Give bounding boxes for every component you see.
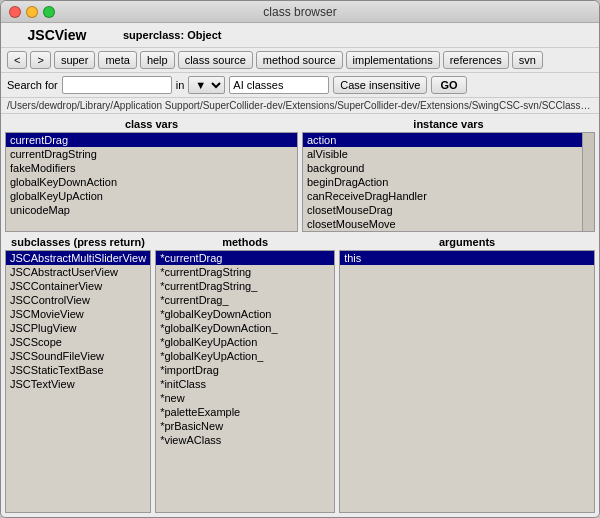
class-vars-list[interactable]: currentDrag currentDragString fakeModifi… [5,132,298,232]
back-button[interactable]: < [7,51,27,69]
list-item[interactable]: action [303,133,582,147]
class-source-button[interactable]: class source [178,51,253,69]
meta-button[interactable]: meta [98,51,136,69]
list-item[interactable]: canReceiveDragHandler [303,189,582,203]
list-item[interactable]: *globalKeyUpAction_ [156,349,334,363]
main-window: class browser JSCView superclass: Object… [0,0,600,518]
list-item[interactable]: closetMouseMove [303,217,582,231]
instance-vars-list[interactable]: action alVisible background beginDragAct… [302,132,583,232]
minimize-button[interactable] [26,6,38,18]
methods-header: methods [155,236,335,248]
svn-button[interactable]: svn [512,51,543,69]
list-item[interactable]: JSCSoundFileView [6,349,150,363]
search-input[interactable] [62,76,172,94]
method-source-button[interactable]: method source [256,51,343,69]
list-item[interactable]: globalKeyDownAction [6,175,297,189]
toolbar-row1: JSCView superclass: Object [1,23,599,48]
list-item[interactable]: JSCTextView [6,377,150,391]
references-button[interactable]: references [443,51,509,69]
list-item[interactable]: JSCAbstractUserView [6,265,150,279]
class-vars-panel: class vars currentDrag currentDragString… [5,118,298,232]
list-item[interactable]: *viewAClass [156,433,334,447]
window-controls [9,6,55,18]
toolbar-row3: Search for in ▼ Case insensitive GO [1,73,599,98]
list-item[interactable]: beginDragAction [303,175,582,189]
list-item[interactable]: JSCAbstractMultiSliderView [6,251,150,265]
app-title: JSCView [7,27,107,43]
list-item[interactable]: *paletteExample [156,405,334,419]
list-item[interactable]: JSCMovieView [6,307,150,321]
list-item[interactable]: this [340,251,594,265]
list-item[interactable]: *importDrag [156,363,334,377]
list-item[interactable]: *currentDrag [156,251,334,265]
toolbar-row2: < > super meta help class source method … [1,48,599,73]
list-item[interactable]: *new [156,391,334,405]
vars-section: class vars currentDrag currentDragString… [5,118,595,232]
forward-button[interactable]: > [30,51,50,69]
list-item[interactable]: globalKeyUpAction [6,189,297,203]
methods-list[interactable]: *currentDrag *currentDragString *current… [155,250,335,513]
list-item[interactable]: *prBasicNew [156,419,334,433]
list-item[interactable]: closetMouseDrag [303,203,582,217]
case-insensitive-button[interactable]: Case insensitive [333,76,427,94]
go-button[interactable]: GO [431,76,466,94]
subclasses-header: subclasses (press return) [5,236,151,248]
list-item[interactable]: JSCControlView [6,293,150,307]
class-vars-header: class vars [5,118,298,130]
list-item[interactable]: *globalKeyUpAction [156,335,334,349]
in-select[interactable]: ▼ [188,76,225,94]
list-item[interactable]: fakeModifiers [6,161,297,175]
list-item[interactable]: unicodeMap [6,203,297,217]
methods-panel: methods *currentDrag *currentDragString … [155,236,335,513]
subclasses-list[interactable]: JSCAbstractMultiSliderView JSCAbstractUs… [5,250,151,513]
list-item[interactable]: *globalKeyDownAction [156,307,334,321]
close-button[interactable] [9,6,21,18]
list-item[interactable]: *currentDrag_ [156,293,334,307]
instance-vars-wrapper: action alVisible background beginDragAct… [302,132,595,232]
list-item[interactable]: *initClass [156,377,334,391]
list-item[interactable]: JSCPlugView [6,321,150,335]
instance-vars-header: instance vars [302,118,595,130]
list-item[interactable]: currentDragString [6,147,297,161]
list-item[interactable]: JSCScope [6,335,150,349]
list-item[interactable]: JSCContainerView [6,279,150,293]
maximize-button[interactable] [43,6,55,18]
superclass-label: superclass: Object [123,29,221,41]
help-button[interactable]: help [140,51,175,69]
list-item[interactable]: alVisible [303,147,582,161]
instance-vars-panel: instance vars action alVisible backgroun… [302,118,595,232]
filepath-bar: /Users/dewdrop/Library/Application Suppo… [1,98,599,114]
search-label: Search for [7,79,58,91]
arguments-panel: arguments this [339,236,595,513]
ai-classes-input[interactable] [229,76,329,94]
list-item[interactable]: JSCStaticTextBase [6,363,150,377]
implementations-button[interactable]: implementations [346,51,440,69]
list-item[interactable]: *currentDragString_ [156,279,334,293]
title-bar: class browser [1,1,599,23]
list-item[interactable]: *currentDragString [156,265,334,279]
arguments-header: arguments [339,236,595,248]
list-item[interactable]: currentDrag [6,133,297,147]
super-button[interactable]: super [54,51,96,69]
instance-vars-scrollbar[interactable] [583,132,595,232]
arguments-list[interactable]: this [339,250,595,513]
list-item[interactable]: background [303,161,582,175]
list-item[interactable]: *globalKeyDownAction_ [156,321,334,335]
subclasses-panel: subclasses (press return) JSCAbstractMul… [5,236,151,513]
bottom-section: subclasses (press return) JSCAbstractMul… [5,236,595,513]
in-label: in [176,79,185,91]
main-content: class vars currentDrag currentDragString… [1,114,599,517]
window-title: class browser [263,5,336,19]
